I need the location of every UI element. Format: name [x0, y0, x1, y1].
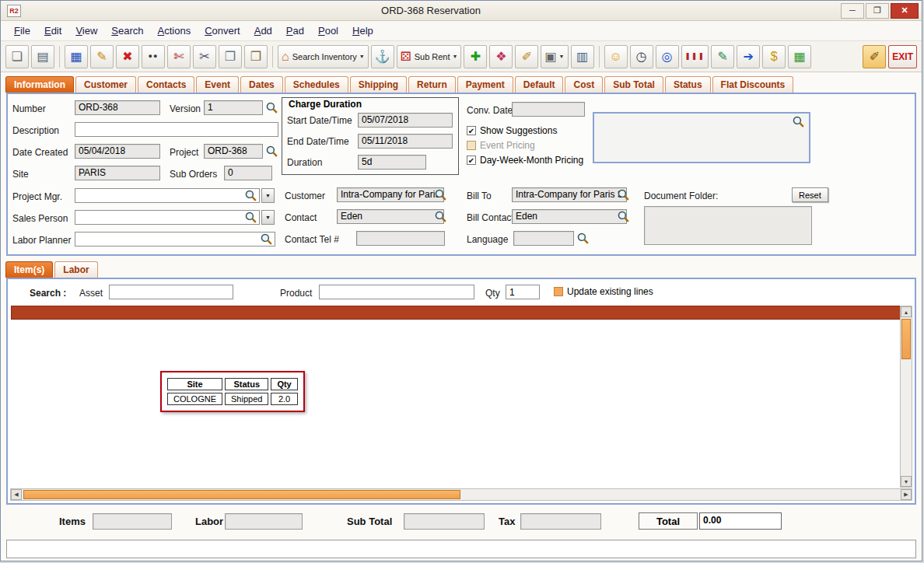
- tab-customer[interactable]: Customer: [75, 76, 136, 93]
- cameras-icon[interactable]: ▣▼: [541, 45, 568, 68]
- day-week-month-pricing-option[interactable]: ✔ Day-Week-Month Pricing: [467, 155, 583, 166]
- binoculars-icon[interactable]: ●●: [142, 45, 165, 68]
- scroll-down-button[interactable]: ▼: [901, 476, 912, 487]
- project-mgr-dropdown-button[interactable]: ▼: [261, 188, 275, 203]
- menu-view[interactable]: View: [68, 23, 104, 39]
- scroll-up-button[interactable]: ▲: [901, 306, 912, 317]
- notepad-edit-icon[interactable]: ✎: [711, 45, 734, 68]
- colored-balls-icon[interactable]: ❖: [489, 45, 513, 68]
- delete-icon[interactable]: ✖: [116, 45, 139, 68]
- money-icon[interactable]: $: [762, 45, 786, 68]
- update-existing-lines-checkbox[interactable]: [554, 287, 563, 296]
- show-suggestions-checkbox[interactable]: ✔: [467, 126, 476, 135]
- duration-field[interactable]: 5d: [358, 155, 426, 170]
- key-icon[interactable]: ➔: [737, 45, 760, 68]
- smiley-icon[interactable]: ☺: [604, 45, 628, 68]
- project-field[interactable]: ORD-368: [204, 144, 263, 159]
- labor-planner-search-icon[interactable]: [260, 233, 273, 246]
- vertical-scroll-thumb[interactable]: [901, 319, 911, 359]
- tab-default[interactable]: Default: [515, 76, 564, 93]
- copy-icon[interactable]: ❐: [219, 45, 242, 68]
- horizontal-scrollbar[interactable]: ◀ ▶: [10, 488, 912, 501]
- bill-contact-search-icon[interactable]: [617, 210, 630, 223]
- event-pricing-option[interactable]: Event Pricing: [467, 140, 535, 151]
- sub-rent-button[interactable]: ⚄Sub Rent▼: [397, 45, 462, 68]
- edit-pencil-icon[interactable]: ✎: [90, 45, 114, 68]
- end-date-field[interactable]: 05/11/2018: [358, 134, 453, 149]
- asset-input[interactable]: [109, 285, 233, 299]
- sub-orders-field[interactable]: 0: [224, 166, 272, 180]
- tab-cost[interactable]: Cost: [565, 76, 603, 93]
- menu-add[interactable]: Add: [247, 23, 279, 39]
- tab-contacts[interactable]: Contacts: [138, 76, 194, 93]
- bill-to-search-icon[interactable]: [617, 188, 630, 201]
- project-search-icon[interactable]: [265, 145, 278, 158]
- tab-dates[interactable]: Dates: [240, 76, 283, 93]
- update-existing-lines-option[interactable]: Update existing lines: [554, 286, 653, 297]
- conv-date-field[interactable]: [512, 102, 585, 117]
- language-field[interactable]: [513, 231, 574, 246]
- tab-payment[interactable]: Payment: [457, 76, 513, 93]
- project-mgr-field[interactable]: [75, 188, 260, 203]
- tab-information[interactable]: Information: [5, 76, 74, 93]
- close-button[interactable]: ✕: [891, 3, 919, 19]
- tab-event[interactable]: Event: [196, 76, 239, 93]
- contact-search-icon[interactable]: [434, 210, 447, 223]
- show-suggestions-option[interactable]: ✔ Show Suggestions: [467, 125, 557, 136]
- tab-item-s[interactable]: Item(s): [5, 261, 53, 278]
- tab-schedules[interactable]: Schedules: [285, 76, 348, 93]
- save-icon[interactable]: ▦: [65, 45, 88, 68]
- cut-document-icon[interactable]: ✄: [167, 45, 191, 68]
- customer-field[interactable]: Intra-Company for Paris Sh: [337, 187, 444, 202]
- new-document-icon[interactable]: ❏: [5, 45, 29, 68]
- cd-icon[interactable]: ◎: [656, 45, 679, 68]
- tab-status[interactable]: Status: [665, 76, 711, 93]
- wand-button[interactable]: ✐: [863, 45, 886, 68]
- contact-field[interactable]: Eden: [337, 209, 444, 224]
- minimize-button[interactable]: ─: [841, 3, 864, 19]
- tab-sub-total[interactable]: Sub Total: [604, 76, 663, 93]
- version-field[interactable]: 1: [204, 100, 263, 115]
- sales-person-dropdown-button[interactable]: ▼: [261, 210, 275, 225]
- edit-note-icon[interactable]: ✐: [515, 45, 538, 68]
- menu-edit[interactable]: Edit: [37, 23, 68, 39]
- description-field[interactable]: [75, 122, 278, 137]
- number-field[interactable]: ORD-368: [75, 100, 160, 115]
- sales-person-field[interactable]: [75, 210, 260, 225]
- contact-tel-field[interactable]: [356, 231, 445, 246]
- reset-button[interactable]: Reset: [792, 187, 828, 202]
- horizontal-scroll-thumb[interactable]: [23, 490, 460, 499]
- print-icon[interactable]: ▤: [31, 45, 54, 68]
- scroll-right-button[interactable]: ▶: [901, 489, 912, 500]
- bill-contact-field[interactable]: Eden: [512, 209, 627, 224]
- tab-shipping[interactable]: Shipping: [350, 76, 407, 93]
- menu-search[interactable]: Search: [104, 23, 150, 39]
- date-created-field[interactable]: 05/04/2018: [75, 144, 160, 159]
- start-date-field[interactable]: 05/07/2018: [358, 113, 453, 128]
- vertical-scrollbar[interactable]: ▲ ▼: [900, 306, 912, 488]
- bill-to-field[interactable]: Intra-Company for Paris Sh: [512, 187, 627, 202]
- scroll-left-button[interactable]: ◀: [11, 489, 22, 500]
- history-clock-icon[interactable]: ◷: [630, 45, 653, 68]
- exit-button[interactable]: EXIT: [888, 45, 917, 68]
- product-input[interactable]: [319, 285, 474, 299]
- sales-person-search-icon[interactable]: [244, 211, 257, 224]
- event-pricing-checkbox[interactable]: [467, 141, 476, 150]
- paste-icon[interactable]: ❒: [244, 45, 268, 68]
- cut-icon[interactable]: ✂: [193, 45, 216, 68]
- menu-help[interactable]: Help: [345, 23, 380, 39]
- site-field[interactable]: PARIS: [75, 166, 160, 180]
- anchor-icon[interactable]: ⚓: [371, 45, 394, 68]
- labor-planner-field[interactable]: [75, 232, 275, 247]
- tab-return[interactable]: Return: [408, 76, 456, 93]
- print-report-icon[interactable]: ▥: [571, 45, 594, 68]
- comments-search-icon[interactable]: [792, 115, 805, 128]
- document-folder-box[interactable]: [644, 206, 812, 245]
- comments-box[interactable]: [593, 112, 810, 163]
- boxes-icon[interactable]: ▦: [788, 45, 811, 68]
- add-icon[interactable]: ✚: [464, 45, 487, 68]
- menu-pool[interactable]: Pool: [311, 23, 345, 39]
- maximize-button[interactable]: ❐: [866, 3, 889, 19]
- menu-pad[interactable]: Pad: [279, 23, 311, 39]
- books-icon[interactable]: ❚❚❚: [681, 45, 709, 68]
